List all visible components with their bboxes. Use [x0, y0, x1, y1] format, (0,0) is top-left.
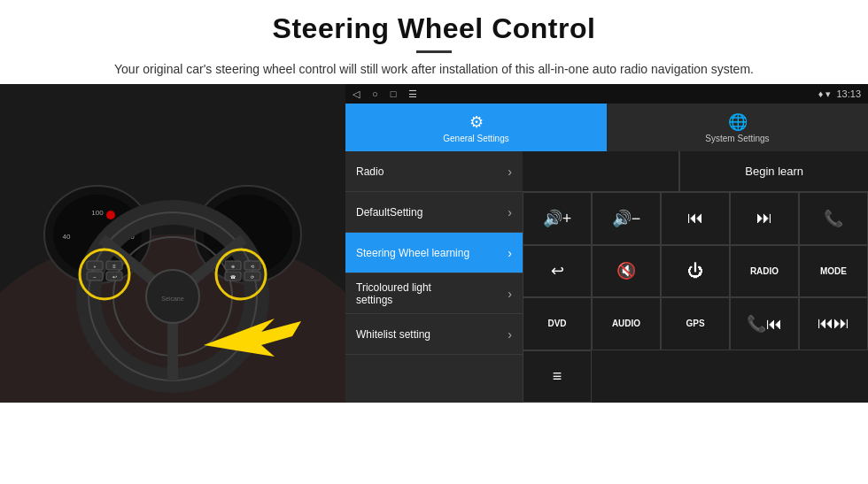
right-top-row: Begin learn: [523, 151, 868, 192]
gps-button[interactable]: GPS: [661, 297, 730, 350]
globe-icon: 🌐: [728, 112, 748, 132]
prev-next-button[interactable]: ⏮⏭: [799, 297, 868, 350]
chevron-icon: ›: [508, 205, 512, 219]
call-button[interactable]: 📞: [799, 192, 868, 245]
tab-general-label: General Settings: [443, 134, 509, 143]
radio-label: RADIO: [750, 266, 779, 276]
prev-track-button[interactable]: ⏮: [661, 192, 730, 245]
next-icon: ⏭: [756, 209, 772, 227]
status-bar: ◁ ○ □ ☰ ♦ ▾ 13:13: [345, 84, 868, 104]
svg-point-8: [106, 211, 115, 219]
title-divider: [416, 50, 452, 53]
tab-system-settings[interactable]: 🌐 System Settings: [607, 104, 868, 151]
svg-text:100: 100: [91, 209, 104, 217]
prev-next-icon: ⏮⏭: [818, 314, 849, 333]
page-title: Steering Wheel Control: [53, 12, 815, 45]
page-container: Steering Wheel Control Your original car…: [0, 0, 868, 484]
chevron-icon: ›: [508, 165, 512, 179]
svg-text:≡: ≡: [112, 264, 116, 269]
android-panel: ◁ ○ □ ☰ ♦ ▾ 13:13 ⚙ General Settings 🌐: [345, 84, 868, 403]
svg-text:Seicane: Seicane: [161, 296, 183, 302]
status-bar-right: ♦ ▾ 13:13: [818, 88, 861, 100]
phone-prev-button[interactable]: 📞⏮: [730, 297, 799, 350]
menu-item-whitelist[interactable]: Whitelist setting ›: [345, 314, 523, 355]
chevron-icon: ›: [508, 287, 512, 301]
svg-text:−: −: [93, 274, 97, 280]
dvd-button[interactable]: DVD: [523, 297, 592, 350]
tab-bar: ⚙ General Settings 🌐 System Settings: [345, 104, 868, 151]
prev-icon: ⏮: [687, 209, 703, 227]
main-content: Radio › DefaultSetting › Steering Wheel …: [345, 151, 868, 403]
tab-general-settings[interactable]: ⚙ General Settings: [345, 104, 607, 151]
svg-text:☎: ☎: [230, 274, 236, 280]
begin-learn-button[interactable]: Begin learn: [679, 151, 868, 191]
home-nav-icon[interactable]: ○: [372, 88, 378, 99]
menu-nav-icon[interactable]: ☰: [408, 88, 417, 100]
left-menu: Radio › DefaultSetting › Steering Wheel …: [345, 151, 523, 403]
recents-nav-icon[interactable]: □: [391, 88, 397, 99]
menu-item-steering-wheel[interactable]: Steering Wheel learning ›: [345, 233, 523, 273]
location-icon: ♦ ▾: [818, 88, 832, 100]
vol-up-button[interactable]: 🔊+: [523, 192, 592, 245]
audio-button[interactable]: AUDIO: [592, 297, 661, 350]
list-icon: ≡: [553, 367, 562, 386]
menu-item-default-setting[interactable]: DefaultSetting ›: [345, 192, 523, 233]
chevron-icon: ›: [508, 327, 512, 342]
svg-text:↩: ↩: [112, 274, 117, 280]
mode-label: MODE: [820, 266, 847, 276]
volume-up-icon: 🔊+: [543, 209, 572, 228]
car-image: 100 60 40 120 Seicane: [0, 84, 345, 403]
hangup-icon: ↩: [551, 261, 564, 280]
volume-down-icon: 🔊−: [612, 209, 641, 228]
mute-button[interactable]: 🔇: [592, 245, 661, 298]
phone-prev-icon: 📞⏮: [747, 314, 782, 334]
vol-down-button[interactable]: 🔊−: [592, 192, 661, 245]
back-nav-icon[interactable]: ◁: [353, 88, 360, 100]
power-icon: ⏻: [687, 262, 703, 280]
control-grid: 🔊+ 🔊− ⏮ ⏭ 📞: [523, 192, 868, 403]
menu-item-radio[interactable]: Radio ›: [345, 151, 523, 192]
svg-text:+: +: [94, 264, 97, 269]
content-area: 100 60 40 120 Seicane: [0, 84, 868, 484]
header-section: Steering Wheel Control Your original car…: [0, 0, 868, 84]
next-track-button[interactable]: ⏭: [730, 192, 799, 245]
mute-icon: 🔇: [616, 261, 636, 280]
status-bar-left: ◁ ○ □ ☰: [353, 88, 417, 100]
phone-icon: 📞: [824, 209, 843, 228]
hangup-button[interactable]: ↩: [523, 245, 592, 298]
gps-label: GPS: [686, 319, 704, 328]
dvd-label: DVD: [547, 319, 566, 328]
svg-text:⊕: ⊕: [231, 264, 235, 269]
radio-button[interactable]: RADIO: [730, 245, 799, 298]
list-button[interactable]: ≡: [523, 350, 592, 403]
empty-cell: [523, 151, 679, 191]
clock: 13:13: [836, 88, 861, 99]
audio-label: AUDIO: [612, 319, 640, 328]
subtitle: Your original car's steering wheel contr…: [53, 60, 815, 79]
chevron-icon: ›: [508, 246, 512, 260]
power-button[interactable]: ⏻: [661, 245, 730, 298]
gear-icon: ⚙: [469, 112, 484, 132]
mode-button[interactable]: MODE: [799, 245, 868, 298]
menu-item-tricoloured[interactable]: Tricoloured lightsettings ›: [345, 273, 523, 314]
svg-text:40: 40: [63, 233, 71, 241]
right-panel: Begin learn 🔊+ 🔊− ⏮: [523, 151, 868, 403]
tab-system-label: System Settings: [705, 134, 769, 143]
